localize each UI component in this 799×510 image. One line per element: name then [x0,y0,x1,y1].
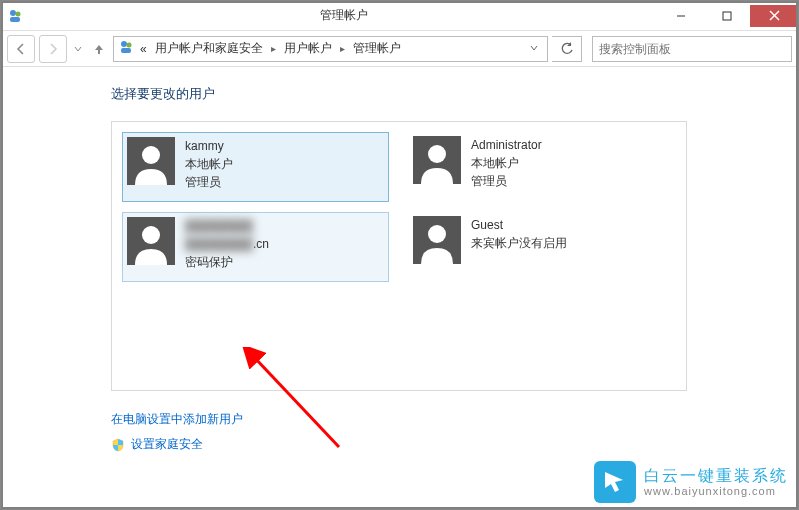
app-icon [1,8,29,24]
address-dropdown[interactable] [525,43,543,54]
user-info: kammy 本地帐户 管理员 [185,137,233,191]
user-email: ████████.cn [185,235,269,253]
shield-icon [111,438,125,452]
svg-rect-4 [723,12,731,20]
window-controls [658,5,798,27]
breadcrumb-prefix[interactable]: « [138,42,149,56]
user-type: 本地帐户 [471,154,542,172]
avatar-icon [413,136,461,184]
recent-dropdown[interactable] [71,45,85,53]
svg-point-8 [127,43,132,48]
users-panel: kammy 本地帐户 管理员 Administrator 本地帐户 管理员 [111,121,687,391]
title-bar: 管理帐户 [1,1,798,31]
svg-point-17 [428,225,446,243]
svg-point-11 [142,146,160,164]
svg-rect-9 [121,48,131,53]
user-name: Administrator [471,136,542,154]
window-title: 管理帐户 [29,7,658,24]
breadcrumb-2[interactable]: 用户帐户 [282,40,334,57]
address-bar[interactable]: « 用户帐户和家庭安全 ▸ 用户帐户 ▸ 管理帐户 [113,36,548,62]
up-button[interactable] [89,35,109,63]
user-card-msaccount[interactable]: ████████ ████████.cn 密码保护 [122,212,389,282]
refresh-button[interactable] [552,36,582,62]
add-user-link[interactable]: 在电脑设置中添加新用户 [111,411,766,428]
forward-button[interactable] [39,35,67,63]
user-name: Guest [471,216,567,234]
search-box[interactable] [592,36,792,62]
svg-point-13 [428,145,446,163]
watermark-title: 白云一键重装系统 [644,467,788,485]
user-card-administrator[interactable]: Administrator 本地帐户 管理员 [409,132,676,202]
breadcrumb-3[interactable]: 管理帐户 [351,40,403,57]
user-status: 密码保护 [185,253,269,271]
user-role: 管理员 [471,172,542,190]
location-icon [118,39,134,58]
avatar-icon [413,216,461,264]
svg-point-7 [121,41,127,47]
search-input[interactable] [599,42,785,56]
avatar-icon [127,137,175,185]
watermark-icon [594,461,636,503]
user-info: Guest 来宾帐户没有启用 [471,216,567,252]
page-heading: 选择要更改的用户 [111,85,766,103]
breadcrumb-1[interactable]: 用户帐户和家庭安全 [153,40,265,57]
close-button[interactable] [750,5,798,27]
content-area: 选择要更改的用户 kammy 本地帐户 管理员 Adminis [1,67,798,509]
svg-point-1 [16,11,21,16]
user-card-guest[interactable]: Guest 来宾帐户没有启用 [409,212,676,282]
chevron-right-icon[interactable]: ▸ [338,43,347,54]
back-button[interactable] [7,35,35,63]
svg-rect-2 [10,17,20,22]
user-role: 管理员 [185,173,233,191]
user-info: ████████ ████████.cn 密码保护 [185,217,269,271]
avatar-icon [127,217,175,265]
user-type: 本地帐户 [185,155,233,173]
svg-point-15 [142,226,160,244]
user-name: ████████ [185,217,269,235]
user-card-kammy[interactable]: kammy 本地帐户 管理员 [122,132,389,202]
chevron-right-icon[interactable]: ▸ [269,43,278,54]
minimize-button[interactable] [658,5,704,27]
user-name: kammy [185,137,233,155]
family-safety-link[interactable]: 设置家庭安全 [111,436,766,453]
watermark-url: www.baiyunxitong.com [644,485,788,497]
maximize-button[interactable] [704,5,750,27]
user-info: Administrator 本地帐户 管理员 [471,136,542,190]
svg-point-0 [10,10,16,16]
bottom-links: 在电脑设置中添加新用户 设置家庭安全 [111,411,766,453]
user-status: 来宾帐户没有启用 [471,234,567,252]
watermark: 白云一键重装系统 www.baiyunxitong.com [594,461,788,503]
navigation-bar: « 用户帐户和家庭安全 ▸ 用户帐户 ▸ 管理帐户 [1,31,798,67]
